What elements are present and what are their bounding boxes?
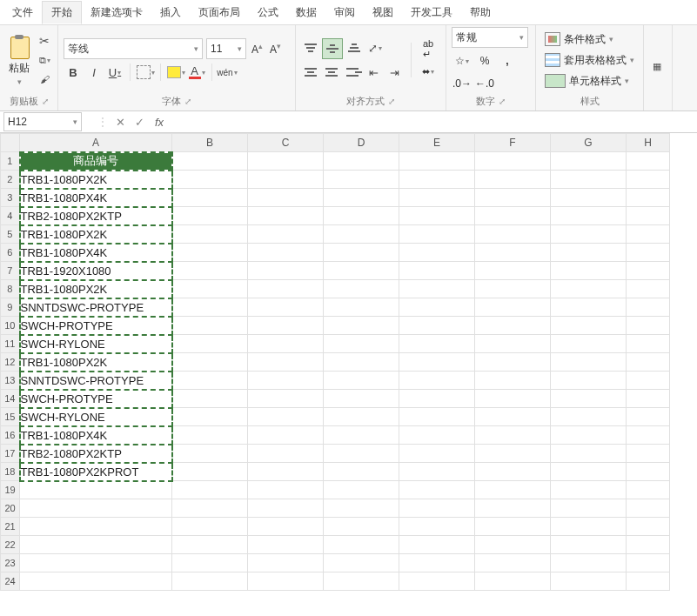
cell-D6[interactable] <box>324 244 399 262</box>
col-header-F[interactable]: F <box>475 134 551 152</box>
row-header-3[interactable]: 3 <box>1 189 20 207</box>
cell-D17[interactable] <box>324 445 399 463</box>
cell-B10[interactable] <box>172 317 248 335</box>
cell-E5[interactable] <box>399 225 475 244</box>
col-header-A[interactable]: A <box>20 134 172 152</box>
cell-B8[interactable] <box>172 280 248 298</box>
bold-button[interactable]: B <box>64 63 83 82</box>
tab-help[interactable]: 帮助 <box>461 2 499 23</box>
cell-D19[interactable] <box>324 481 399 499</box>
cell-E23[interactable] <box>399 554 475 572</box>
cell-C7[interactable] <box>248 262 324 280</box>
cell-D21[interactable] <box>324 518 399 536</box>
cell-E8[interactable] <box>399 280 475 298</box>
row-header-24[interactable]: 24 <box>1 572 20 591</box>
cell-B19[interactable] <box>172 481 248 499</box>
cell-A19[interactable] <box>20 481 172 499</box>
cell-F13[interactable] <box>475 372 551 390</box>
cell-B21[interactable] <box>172 518 248 536</box>
row-header-11[interactable]: 11 <box>1 335 20 353</box>
cell-F11[interactable] <box>475 335 551 353</box>
row-header-22[interactable]: 22 <box>1 536 20 554</box>
cell-A15[interactable]: SWCH-RYLONE <box>20 408 172 426</box>
row-header-7[interactable]: 7 <box>1 262 20 280</box>
cell-H14[interactable] <box>627 390 670 408</box>
cell-G21[interactable] <box>551 518 627 536</box>
cell-C24[interactable] <box>248 572 324 591</box>
cell-F10[interactable] <box>475 317 551 335</box>
cell-E6[interactable] <box>399 244 475 262</box>
paste-dropdown-icon[interactable]: ▾ <box>17 77 22 86</box>
cell-G12[interactable] <box>551 353 627 372</box>
cell-G7[interactable] <box>551 262 627 280</box>
cell-F3[interactable] <box>475 189 551 207</box>
cell-H7[interactable] <box>627 262 670 280</box>
orientation-button[interactable]: ⤢▾ <box>365 38 385 57</box>
cell-E22[interactable] <box>399 536 475 554</box>
cell-F2[interactable] <box>475 171 551 189</box>
cell-G23[interactable] <box>551 554 627 572</box>
cell-A8[interactable]: TRB1-1080PX2K <box>20 280 172 298</box>
align-center-button[interactable] <box>322 63 341 82</box>
cell-H21[interactable] <box>627 518 670 536</box>
col-header-G[interactable]: G <box>551 134 627 152</box>
font-name-select[interactable]: 等线▾ <box>64 38 203 59</box>
cell-H23[interactable] <box>627 554 670 572</box>
cell-A20[interactable] <box>20 499 172 518</box>
align-left-button[interactable] <box>301 63 320 82</box>
tab-view[interactable]: 视图 <box>364 2 402 23</box>
cell-C19[interactable] <box>248 481 324 499</box>
cell-G16[interactable] <box>551 426 627 445</box>
col-header-C[interactable]: C <box>248 134 324 152</box>
row-header-20[interactable]: 20 <box>1 499 20 518</box>
enter-formula-button[interactable]: ✓ <box>132 115 146 129</box>
cell-E19[interactable] <box>399 481 475 499</box>
cell-C9[interactable] <box>248 298 324 317</box>
font-dialog-launcher[interactable]: ⤢ <box>184 97 191 106</box>
copy-button[interactable]: ⧉▾ <box>37 52 52 68</box>
cell-E15[interactable] <box>399 408 475 426</box>
cell-D8[interactable] <box>324 280 399 298</box>
cell-A1[interactable]: 商品编号 <box>20 152 172 171</box>
increase-decimal-button[interactable]: .0→ <box>452 74 472 93</box>
row-header-10[interactable]: 10 <box>1 317 20 335</box>
cell-E1[interactable] <box>399 152 475 171</box>
col-header-E[interactable]: E <box>399 134 475 152</box>
cell-E9[interactable] <box>399 298 475 317</box>
cell-D14[interactable] <box>324 390 399 408</box>
cell-D15[interactable] <box>324 408 399 426</box>
cell-C22[interactable] <box>248 536 324 554</box>
cell-F17[interactable] <box>475 445 551 463</box>
cell-H3[interactable] <box>627 189 670 207</box>
increase-font-button[interactable]: A▴ <box>250 42 265 56</box>
cell-B23[interactable] <box>172 554 248 572</box>
cell-C13[interactable] <box>248 372 324 390</box>
cell-B11[interactable] <box>172 335 248 353</box>
cell-H16[interactable] <box>627 426 670 445</box>
tab-data[interactable]: 数据 <box>287 2 325 23</box>
cell-E13[interactable] <box>399 372 475 390</box>
cell-G9[interactable] <box>551 298 627 317</box>
decrease-font-button[interactable]: A▾ <box>268 42 283 56</box>
cell-E7[interactable] <box>399 262 475 280</box>
cell-H15[interactable] <box>627 408 670 426</box>
cell-D11[interactable] <box>324 335 399 353</box>
cell-G3[interactable] <box>551 189 627 207</box>
cell-D13[interactable] <box>324 372 399 390</box>
cell-H2[interactable] <box>627 171 670 189</box>
cell-B14[interactable] <box>172 390 248 408</box>
formula-input[interactable] <box>164 113 697 131</box>
cell-G14[interactable] <box>551 390 627 408</box>
tab-layout[interactable]: 页面布局 <box>190 2 249 23</box>
col-header-D[interactable]: D <box>324 134 399 152</box>
cell-G4[interactable] <box>551 207 627 225</box>
italic-button[interactable]: I <box>84 63 104 82</box>
cell-H10[interactable] <box>627 317 670 335</box>
cell-A10[interactable]: SWCH-PROTYPE <box>20 317 172 335</box>
cell-G22[interactable] <box>551 536 627 554</box>
cell-A23[interactable] <box>20 554 172 572</box>
cell-B24[interactable] <box>172 572 248 591</box>
paste-button[interactable]: 粘贴 ▾ <box>5 33 33 88</box>
cell-G18[interactable] <box>551 463 627 481</box>
row-header-18[interactable]: 18 <box>1 463 20 481</box>
